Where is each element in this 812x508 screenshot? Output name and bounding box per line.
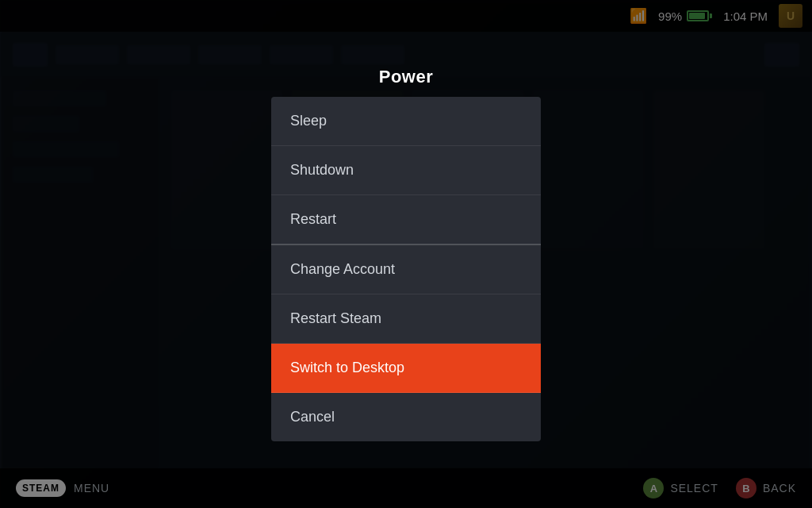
- menu-item-restart[interactable]: Restart: [271, 195, 541, 245]
- menu-item-cancel[interactable]: Cancel: [271, 393, 541, 441]
- power-menu: Sleep Shutdown Restart Change Account Re…: [271, 97, 541, 441]
- menu-item-change-account[interactable]: Change Account: [271, 245, 541, 294]
- menu-item-switch-desktop[interactable]: Switch to Desktop: [271, 344, 541, 393]
- menu-item-shutdown[interactable]: Shutdown: [271, 146, 541, 195]
- menu-item-sleep[interactable]: Sleep: [271, 97, 541, 146]
- power-dialog: Power Sleep Shutdown Restart Change Acco…: [271, 67, 541, 441]
- dialog-title: Power: [271, 67, 541, 87]
- menu-item-restart-steam[interactable]: Restart Steam: [271, 294, 541, 344]
